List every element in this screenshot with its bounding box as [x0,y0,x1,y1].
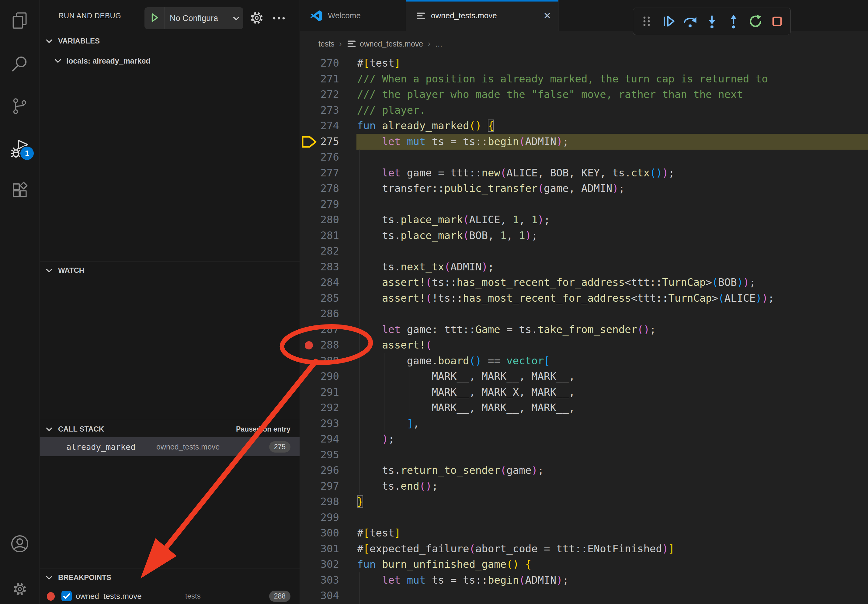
line-number[interactable]: 284 [299,275,339,290]
drag-grip-handle[interactable] [639,12,655,30]
line-number[interactable]: 304 [299,588,339,604]
line-number[interactable]: 290 [299,369,339,384]
line-number[interactable]: 300 [299,525,339,541]
code-line[interactable]: let mut ts = ts::begin(ADMIN); [357,134,569,150]
line-number[interactable]: 301 [299,541,339,557]
line-number[interactable]: 297 [299,479,339,494]
line-number[interactable]: 293 [299,416,339,432]
code-line[interactable]: #[expected_failure(abort_code = ttt::ENo… [357,541,674,557]
breakpoint-icon[interactable] [305,341,313,350]
code-line[interactable]: let game: ttt::Game = ts.take_from_sende… [357,322,656,338]
code-line[interactable]: MARK__, MARK__, MARK__, [357,369,575,384]
code-line[interactable]: ); [357,431,394,447]
code-line[interactable]: #[test] [357,55,401,71]
step-out-button[interactable] [725,12,742,30]
line-number[interactable]: 274 [299,118,339,134]
code-line[interactable]: assert!(ts::has_most_recent_for_address<… [357,275,755,290]
line-number[interactable]: 303 [299,572,339,588]
line-number[interactable]: 285 [299,290,339,306]
line-number[interactable]: 270 [299,55,339,71]
line-number[interactable]: 279 [299,197,339,212]
line-number[interactable]: 282 [299,243,339,259]
line-number[interactable]: 271 [299,71,339,87]
line-number[interactable]: 276 [299,149,339,165]
line-number[interactable]: 299 [299,510,339,525]
stop-button[interactable] [769,12,785,30]
line-number[interactable]: 289 [299,353,339,369]
code-line[interactable]: /// the player who made the "false" move… [357,87,743,102]
code-line[interactable]: MARK__, MARK__, MARK__, [357,400,575,416]
code-line[interactable]: fun already_marked() { [357,118,494,134]
step-into-button[interactable] [704,12,720,30]
vscode-window: 1 RUN AND DEBUG No Configura VARIABLES l… [0,0,868,604]
continue-button[interactable] [660,12,677,30]
code-line[interactable]: transfer::public_transfer(game, ADMIN); [357,181,625,197]
code-line[interactable]: /// When a position is already marked, t… [357,71,768,87]
line-number[interactable]: 294 [299,431,339,447]
code-line[interactable]: assert!( [357,337,432,353]
code-line[interactable]: ts.next_tx(ADMIN); [357,259,494,275]
line-number[interactable]: 286 [299,306,339,322]
debug-toolbar [633,8,791,35]
line-number[interactable]: 295 [299,447,339,463]
step-over-button[interactable] [682,12,698,30]
code-line[interactable]: let mut ts = ts::begin(ADMIN); [357,572,569,588]
code-line[interactable]: ts.place_mark(BOB, 1, 1); [357,228,538,244]
code-line[interactable]: fun burn_unfinished_game() { [357,556,531,572]
code-line[interactable]: ts.end(); [357,479,438,494]
line-number[interactable]: 281 [299,228,339,244]
line-number[interactable]: 298 [299,494,339,510]
code-line[interactable]: #[test] [357,525,401,541]
code-line[interactable]: } [357,494,363,510]
line-number[interactable]: 273 [299,102,339,118]
code-line[interactable]: /// player. [357,102,425,118]
line-number[interactable]: 296 [299,463,339,479]
code-line[interactable]: ], [357,416,419,432]
code-line[interactable]: game.board() == vector[ [357,353,550,369]
line-number[interactable]: 278 [299,181,339,197]
code-editor: 270#[test]271/// When a position is alre… [0,0,868,604]
line-number[interactable]: 302 [299,556,339,572]
code-line[interactable]: MARK__, MARK_X, MARK__, [357,384,575,400]
line-number[interactable]: 283 [299,259,339,275]
line-number[interactable]: 280 [299,212,339,228]
code-line[interactable]: ts.place_mark(ALICE, 1, 1); [357,212,550,228]
line-number[interactable]: 272 [299,87,339,102]
code-line[interactable]: assert!(!ts::has_most_recent_for_address… [357,290,774,306]
debug-stackframe-icon [301,136,318,150]
line-number[interactable]: 292 [299,400,339,416]
restart-button[interactable] [747,12,763,30]
line-number[interactable]: 277 [299,165,339,181]
code-line[interactable]: ts.return_to_sender(game); [357,463,544,479]
line-number[interactable]: 287 [299,322,339,338]
line-number[interactable]: 291 [299,384,339,400]
code-line[interactable]: let game = ttt::new(ALICE, BOB, KEY, ts.… [357,165,674,181]
